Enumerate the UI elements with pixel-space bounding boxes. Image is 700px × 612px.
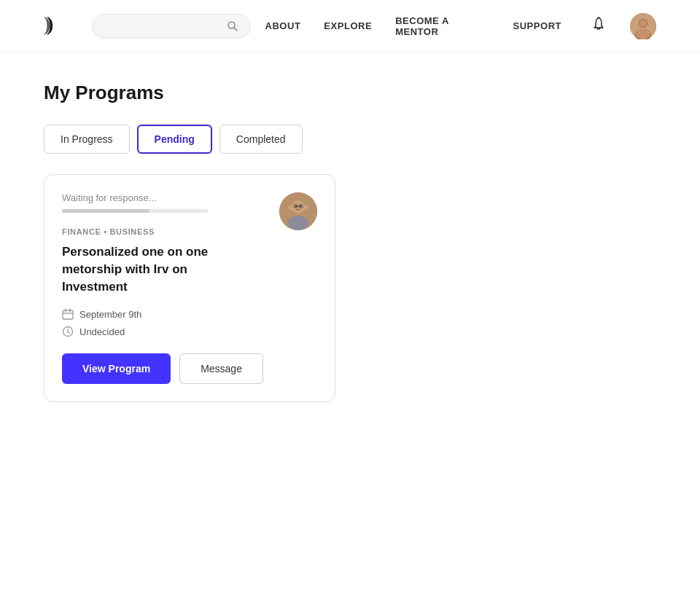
search-input[interactable] [104,20,221,32]
message-button[interactable]: Message [179,353,263,384]
svg-point-18 [288,216,308,230]
main-content: My Programs In Progress Pending Complete… [0,52,700,431]
card-title: Personalized one on one metorship with I… [62,243,237,295]
mentor-avatar [279,192,317,230]
card-categories: FINANCE • BUSINESS [62,227,317,236]
nav-explore[interactable]: EXPLORE [324,20,372,31]
svg-point-8 [636,29,650,39]
page-title: My Programs [44,82,656,104]
nav-about[interactable]: ABOUT [265,20,301,31]
svg-point-13 [295,205,298,208]
search-icon [227,20,238,32]
card-date: September 9th [62,308,317,320]
svg-line-3 [234,28,237,31]
notification-bell-icon[interactable] [591,16,607,36]
card-status: Waiting for response... [62,192,317,203]
card-meta: September 9th Undecided [62,308,317,337]
progress-bar-fill [62,209,149,213]
program-tabs: In Progress Pending Completed [44,125,656,154]
tab-completed[interactable]: Completed [219,125,303,154]
nav-become-mentor[interactable]: BECOME A MENTOR [395,15,489,37]
svg-point-12 [303,205,308,211]
card-actions: View Program Message [62,353,317,384]
user-avatar[interactable] [630,13,656,39]
logo-icon[interactable]: ) ) [44,10,70,42]
svg-line-25 [68,332,70,334]
nav: ABOUT EXPLORE BECOME A MENTOR SUPPORT [265,13,656,39]
tab-pending[interactable]: Pending [137,125,212,154]
svg-point-7 [639,20,647,27]
card-date-text: September 9th [79,309,141,320]
progress-bar [62,209,208,213]
nav-support[interactable]: SUPPORT [513,20,561,31]
tab-in-progress[interactable]: In Progress [44,125,130,154]
svg-rect-19 [63,310,73,319]
card-time-text: Undecided [79,326,125,337]
calendar-icon [62,308,74,320]
clock-icon [62,326,74,337]
header: ) ) ABOUT EXPLORE BECOME A MENTOR SUPPOR… [0,0,700,52]
view-program-button[interactable]: View Program [62,353,171,384]
svg-point-14 [300,205,302,208]
svg-point-11 [289,205,293,211]
search-bar[interactable] [92,14,251,39]
program-card: Waiting for response... [44,174,335,402]
card-time: Undecided [62,326,317,337]
